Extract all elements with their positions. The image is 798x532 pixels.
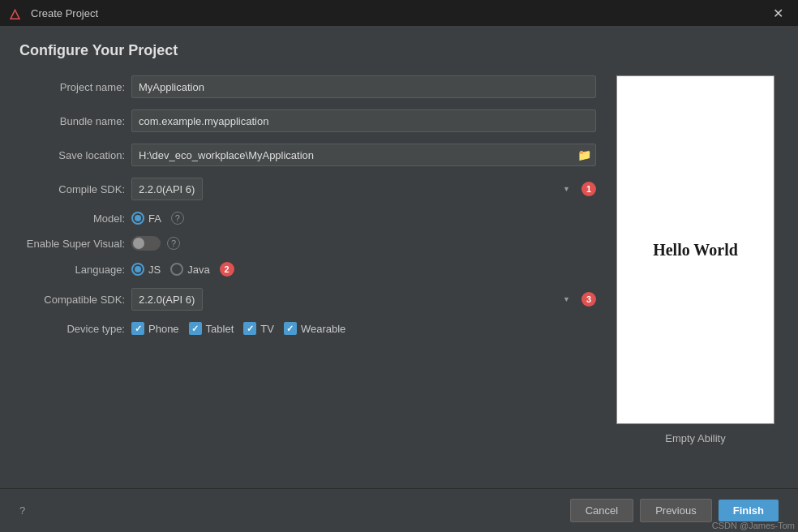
- language-js-label: JS: [148, 264, 161, 276]
- compile-sdk-select-container: 2.2.0(API 6): [131, 178, 577, 200]
- model-help-icon[interactable]: ?: [171, 212, 184, 225]
- dialog-body: Project name: Bundle name: Save location…: [0, 67, 798, 488]
- device-wearable-item[interactable]: Wearable: [284, 322, 345, 335]
- language-row: Language: JS Java 2: [19, 262, 596, 277]
- compile-sdk-badge: 1: [581, 182, 596, 196]
- watermark: CSDN @James-Tom: [712, 521, 795, 530]
- device-tv-item[interactable]: TV: [243, 322, 274, 335]
- model-row: Model: FA ?: [19, 212, 596, 225]
- device-tv-checkbox[interactable]: [243, 322, 256, 335]
- create-project-dialog: Configure Your Project Project name: Bun…: [0, 26, 798, 532]
- save-location-row: Save location: 📁: [19, 144, 596, 166]
- super-visual-toggle[interactable]: [131, 236, 161, 251]
- save-location-input-wrapper: 📁: [131, 144, 596, 166]
- language-radio-group: JS Java 2: [131, 262, 234, 277]
- device-phone-label: Phone: [148, 323, 179, 335]
- device-phone-checkbox[interactable]: [131, 322, 144, 335]
- model-fa-option[interactable]: FA: [131, 212, 161, 225]
- dialog-title: Configure Your Project: [19, 42, 178, 58]
- finish-button[interactable]: Finish: [719, 500, 779, 521]
- compatible-sdk-select-wrapper: 2.2.0(API 6) 3: [131, 288, 596, 311]
- super-visual-row: Enable Super Visual: ?: [19, 236, 596, 251]
- dialog-header: Configure Your Project: [0, 26, 798, 67]
- compatible-sdk-select[interactable]: 2.2.0(API 6): [131, 288, 203, 311]
- preview-frame: Hello World: [616, 75, 774, 424]
- compatible-sdk-badge: 3: [581, 292, 596, 307]
- compile-sdk-label: Compile SDK:: [19, 183, 125, 195]
- device-wearable-checkbox[interactable]: [284, 322, 297, 335]
- device-tablet-item[interactable]: Tablet: [189, 322, 234, 335]
- language-java-radio[interactable]: [170, 263, 183, 276]
- project-name-row: Project name:: [19, 75, 596, 98]
- form-section: Project name: Bundle name: Save location…: [19, 75, 596, 488]
- close-button[interactable]: ✕: [768, 4, 788, 23]
- save-location-input[interactable]: [131, 144, 596, 166]
- bundle-name-label: Bundle name:: [19, 115, 125, 127]
- super-visual-controls: ?: [131, 236, 180, 251]
- compile-sdk-select[interactable]: 2.2.0(API 6): [131, 178, 203, 200]
- save-location-label: Save location:: [19, 149, 125, 161]
- title-bar-left: △ Create Project: [10, 6, 98, 20]
- project-name-label: Project name:: [19, 81, 125, 93]
- model-label: Model:: [19, 212, 125, 225]
- language-js-radio[interactable]: [131, 263, 144, 276]
- project-name-input[interactable]: [131, 75, 596, 98]
- previous-button[interactable]: Previous: [640, 499, 712, 522]
- preview-hello-world: Hello World: [653, 241, 738, 260]
- device-tv-label: TV: [260, 323, 274, 335]
- device-tablet-checkbox[interactable]: [189, 322, 202, 335]
- language-java-option[interactable]: Java: [170, 263, 209, 276]
- compile-sdk-row: Compile SDK: 2.2.0(API 6) 1: [19, 178, 596, 200]
- language-label: Language:: [19, 264, 125, 276]
- device-type-label: Device type:: [19, 323, 125, 335]
- language-js-option[interactable]: JS: [131, 263, 161, 276]
- language-java-label: Java: [187, 264, 209, 276]
- folder-browse-icon[interactable]: 📁: [577, 148, 591, 161]
- title-bar-text: Create Project: [31, 7, 98, 19]
- device-tablet-label: Tablet: [206, 323, 234, 335]
- bundle-name-input[interactable]: [131, 109, 596, 132]
- toggle-knob: [133, 238, 144, 249]
- language-badge: 2: [220, 262, 234, 277]
- model-fa-radio[interactable]: [131, 212, 144, 225]
- compatible-sdk-row: Compatible SDK: 2.2.0(API 6) 3: [19, 288, 596, 311]
- dialog-footer: ? Cancel Previous Finish: [0, 488, 798, 532]
- compile-sdk-select-wrapper: 2.2.0(API 6) 1: [131, 178, 596, 200]
- model-radio-group: FA ?: [131, 212, 184, 225]
- device-phone-item[interactable]: Phone: [131, 322, 179, 335]
- device-type-row: Device type: Phone Tablet TV: [19, 322, 596, 335]
- cancel-button[interactable]: Cancel: [570, 499, 633, 522]
- device-type-checkbox-group: Phone Tablet TV Wearable: [131, 322, 345, 335]
- title-bar: △ Create Project ✕: [0, 0, 798, 26]
- footer-help-icon[interactable]: ?: [19, 504, 25, 517]
- preview-label: Empty Ability: [665, 432, 725, 444]
- super-visual-help-icon[interactable]: ?: [167, 237, 180, 250]
- bundle-name-row: Bundle name:: [19, 109, 596, 132]
- super-visual-label: Enable Super Visual:: [19, 238, 125, 250]
- preview-section: Hello World Empty Ability: [612, 75, 779, 488]
- device-wearable-label: Wearable: [301, 323, 345, 335]
- compatible-sdk-select-container: 2.2.0(API 6): [131, 288, 577, 311]
- compatible-sdk-label: Compatible SDK:: [19, 294, 125, 306]
- app-logo-icon: △: [10, 6, 24, 20]
- model-fa-label: FA: [148, 212, 161, 225]
